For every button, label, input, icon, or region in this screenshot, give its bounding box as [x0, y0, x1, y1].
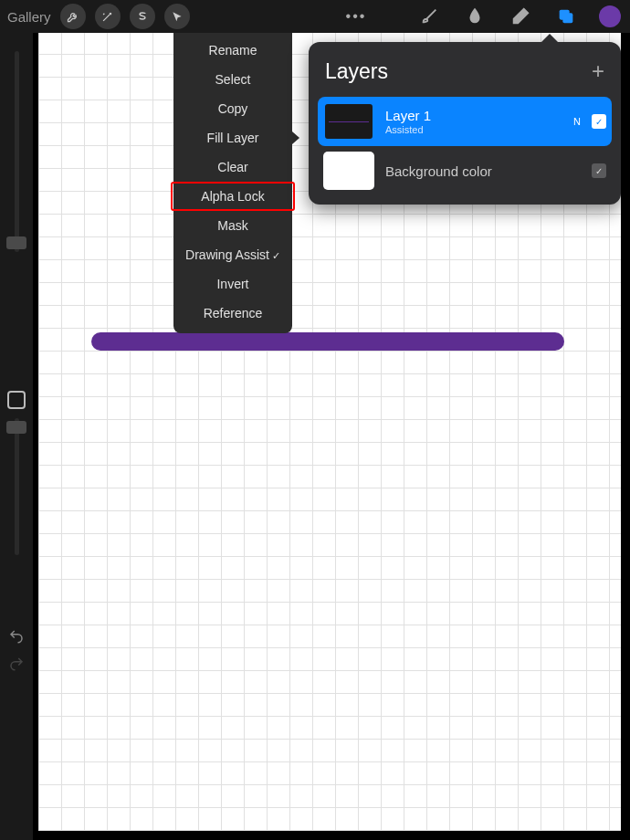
- menu-item-select[interactable]: Select: [173, 65, 292, 94]
- undo-icon[interactable]: [8, 628, 25, 648]
- thumbnail-content: [329, 121, 369, 122]
- adjustments-wand-icon[interactable]: [95, 4, 121, 29]
- layers-title: Layers: [325, 59, 388, 84]
- menu-item-rename[interactable]: Rename: [173, 36, 292, 65]
- canvas-stroke: [91, 332, 564, 351]
- left-sidebar: [0, 33, 33, 840]
- check-icon: ✓: [272, 250, 280, 261]
- opacity-knob[interactable]: [6, 421, 26, 434]
- redo-icon[interactable]: [8, 656, 25, 676]
- menu-item-copy[interactable]: Copy: [173, 94, 292, 123]
- menu-item-reference[interactable]: Reference: [173, 299, 292, 328]
- brush-size-knob[interactable]: [6, 236, 26, 249]
- svg-rect-1: [562, 13, 572, 23]
- layer-row[interactable]: Layer 1 Assisted N ✓: [318, 97, 612, 146]
- eraser-tool-icon[interactable]: [506, 4, 535, 29]
- smudge-tool-icon[interactable]: [460, 4, 489, 29]
- panel-pointer-icon: [541, 34, 559, 43]
- more-ellipsis-icon[interactable]: •••: [341, 4, 371, 29]
- selection-s-icon[interactable]: [130, 4, 155, 29]
- brush-tool-icon[interactable]: [415, 4, 444, 29]
- menu-pointer-icon: [292, 131, 299, 144]
- layer-thumbnail[interactable]: [323, 152, 374, 190]
- gallery-button[interactable]: Gallery: [7, 9, 51, 25]
- menu-item-clear[interactable]: Clear: [173, 152, 292, 182]
- menu-item-fill-layer[interactable]: Fill Layer: [173, 123, 292, 152]
- opacity-slider[interactable]: [15, 418, 19, 555]
- add-layer-button[interactable]: +: [592, 58, 604, 84]
- blend-mode-letter[interactable]: N: [573, 116, 581, 127]
- layer-subtitle-label: Assisted: [385, 124, 562, 135]
- menu-item-drawing-assist[interactable]: Drawing Assist✓: [173, 240, 292, 269]
- actions-wrench-icon[interactable]: [60, 4, 86, 29]
- layer-row[interactable]: Background color ✓: [318, 146, 612, 195]
- menu-item-invert[interactable]: Invert: [173, 269, 292, 299]
- layers-panel: Layers + Layer 1 Assisted N ✓ Background…: [309, 42, 621, 205]
- layers-tool-icon[interactable]: [551, 4, 581, 29]
- brush-size-slider[interactable]: [15, 51, 19, 252]
- menu-item-mask[interactable]: Mask: [173, 211, 292, 240]
- layer-visibility-checkbox[interactable]: ✓: [592, 114, 606, 129]
- layer-thumbnail[interactable]: [323, 102, 374, 141]
- menu-item-alpha-lock[interactable]: Alpha Lock: [171, 182, 295, 211]
- color-swatch[interactable]: [599, 5, 621, 27]
- layer-context-menu: Rename Select Copy Fill Layer Clear Alph…: [173, 33, 292, 333]
- topbar: Gallery •••: [0, 0, 630, 33]
- layer-name-label: Background color: [385, 163, 581, 179]
- modify-button[interactable]: [7, 391, 26, 409]
- transform-arrow-icon[interactable]: [164, 4, 190, 29]
- layer-name-label: Layer 1: [385, 108, 562, 123]
- layer-visibility-checkbox[interactable]: ✓: [592, 163, 606, 178]
